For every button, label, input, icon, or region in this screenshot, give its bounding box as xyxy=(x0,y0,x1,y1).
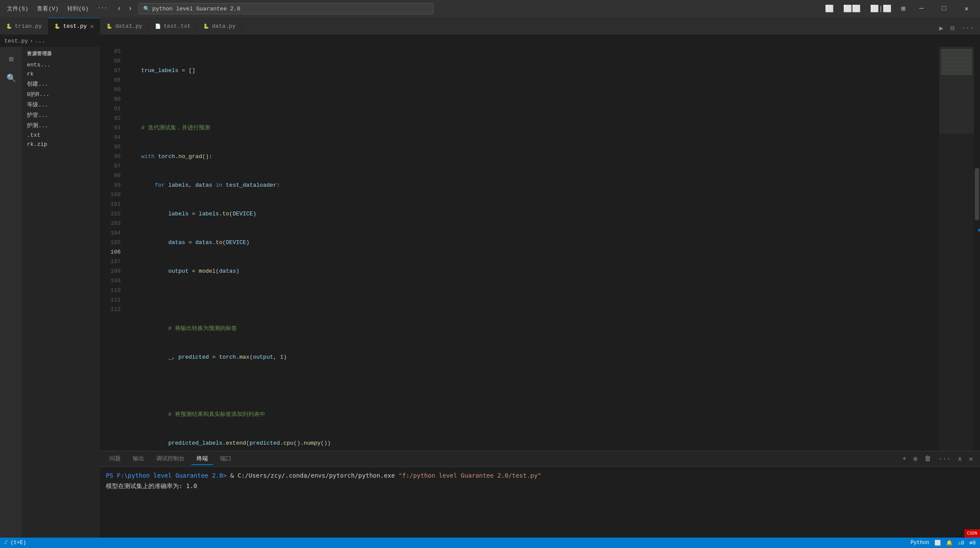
terminal-delete-button[interactable]: 🗑 xyxy=(922,454,934,464)
code-line-90: labels = labels.to(DEVICE) xyxy=(126,209,939,219)
run-button[interactable]: ▶ xyxy=(937,22,946,34)
line-num-97: 97 xyxy=(100,162,121,171)
line-num-99: 99 xyxy=(100,181,121,190)
explorer-item-4[interactable]: 等级... xyxy=(22,99,100,110)
explorer-item-2[interactable]: 创建... xyxy=(22,79,100,89)
sidebar-item-explorer[interactable]: ⊞ xyxy=(1,50,20,68)
layout-icon-1[interactable]: ⬜ xyxy=(822,3,837,14)
minimize-button[interactable]: ─ xyxy=(911,0,931,17)
breadcrumb-more[interactable]: ... xyxy=(35,38,45,44)
line-num-111: 111 xyxy=(100,295,121,305)
explorer-item-label: 创建... xyxy=(27,80,48,88)
tab-close-button[interactable]: ✕ xyxy=(90,23,94,30)
code-line-95: _, predicted = torch.max(output, 1) xyxy=(126,353,939,362)
menu-goto[interactable]: 转到(G) xyxy=(64,4,92,13)
line-num-86: 86 xyxy=(100,56,121,66)
menu-file[interactable]: 文件(S) xyxy=(3,4,32,13)
terminal-line-1: PS F:\python level Guarantee 2.0> & C:/U… xyxy=(106,470,974,481)
menu-more[interactable]: ··· xyxy=(94,4,111,13)
terminal-add-button[interactable]: + xyxy=(900,454,909,464)
layout-icon-4[interactable]: ⊞ xyxy=(898,3,909,14)
line-num-91: 91 xyxy=(100,104,121,114)
terminal-file-arg: "f:/python level Guarantee 2.0/test.py" xyxy=(398,472,541,479)
explorer-item-7[interactable]: .txt xyxy=(22,131,100,140)
explorer-item-5[interactable]: 护管... xyxy=(22,110,100,120)
line-num-106: 106 xyxy=(100,248,121,257)
close-button[interactable]: ✕ xyxy=(957,0,977,17)
terminal-close-button[interactable]: ✕ xyxy=(966,454,976,464)
python-file-icon: 🐍 xyxy=(106,23,112,29)
nav-buttons: ‹ › xyxy=(115,4,135,13)
nav-forward-button[interactable]: › xyxy=(125,4,135,13)
tab-test[interactable]: 🐍 test.py ✕ xyxy=(48,18,100,34)
explorer-item-8[interactable]: rk.zip xyxy=(22,140,100,149)
terminal-output: 模型在测试集上的准确率为: 1.0 xyxy=(106,482,197,489)
python-file-icon: 🐍 xyxy=(6,23,12,29)
line-num-109: 109 xyxy=(100,276,121,286)
maximize-button[interactable]: □ xyxy=(934,0,954,17)
terminal-more-button[interactable]: ··· xyxy=(936,454,954,464)
csdn-badge[interactable]: CSDN xyxy=(964,529,980,538)
line-num-96: 96 xyxy=(100,152,121,162)
terminal-tab-ports[interactable]: 端口 xyxy=(215,453,237,465)
status-errors[interactable]: ⊗0 xyxy=(970,540,976,546)
scroll-thumb xyxy=(975,168,979,220)
line-num-98: 98 xyxy=(100,171,121,181)
python-file-icon: 🐍 xyxy=(203,23,209,29)
terminal-tab-problems[interactable]: 问题 xyxy=(104,453,126,465)
explorer-item-0[interactable]: ents... xyxy=(22,60,100,69)
status-python[interactable]: Python xyxy=(911,540,929,546)
code-line-92: output = model(datas) xyxy=(126,267,939,276)
menu-view[interactable]: 查看(V) xyxy=(33,4,62,13)
terminal-expand-button[interactable]: ∧ xyxy=(955,454,965,464)
tab-data1[interactable]: 🐍 data1.py xyxy=(100,18,148,34)
terminal-path: PS F:\python level Guarantee 2.0> xyxy=(106,472,227,479)
global-search[interactable]: 🔍 python level Guarantee 2.0 xyxy=(138,3,434,14)
activity-bar: ⊞ 🔍 xyxy=(0,47,22,538)
code-line-86 xyxy=(126,95,939,104)
sidebar-item-search[interactable]: 🔍 xyxy=(1,69,20,87)
code-editor[interactable]: 85 86 87 88 89 90 91 92 93 94 95 96 97 9… xyxy=(100,47,980,451)
terminal-content[interactable]: PS F:\python level Guarantee 2.0> & C:/U… xyxy=(100,467,980,538)
files-icon: ⊞ xyxy=(9,54,14,64)
split-editor-button[interactable]: ⊟ xyxy=(948,22,957,34)
tab-data[interactable]: 🐍 data.py xyxy=(197,18,242,34)
tab-trian-label: trian.py xyxy=(15,23,42,30)
terminal-tab-debug[interactable]: 调试控制台 xyxy=(151,453,190,465)
breadcrumb-file[interactable]: test.py xyxy=(4,38,28,44)
status-warnings[interactable]: ⚠0 xyxy=(958,540,964,546)
explorer-item-3[interactable]: 0的R... xyxy=(22,89,100,99)
terminal-split-button[interactable]: ⊕ xyxy=(911,454,920,464)
minimap-viewport xyxy=(939,47,974,134)
line-num-102: 102 xyxy=(100,209,121,219)
terminal-tab-output[interactable]: 输出 xyxy=(128,453,149,465)
code-line-88: with torch.no_grad(): xyxy=(126,152,939,162)
editor-area: 85 86 87 88 89 90 91 92 93 94 95 96 97 9… xyxy=(100,47,980,538)
tab-testtxt-label: test.txt xyxy=(164,23,191,30)
explorer-item-label: ents... xyxy=(27,62,51,68)
menu-bar: 文件(S) 查看(V) 转到(G) ··· xyxy=(3,4,111,13)
tab-test-label: test.py xyxy=(63,23,87,30)
search-icon: 🔍 xyxy=(143,6,150,12)
tab-testtxt[interactable]: 📄 test.txt xyxy=(149,18,197,34)
breadcrumb: test.py › ... xyxy=(0,35,980,47)
nav-back-button[interactable]: ‹ xyxy=(115,4,124,13)
line-num-87: 87 xyxy=(100,66,121,76)
line-num-108: 108 xyxy=(100,267,121,276)
code-line-96 xyxy=(126,381,939,391)
layout-icon-3[interactable]: ⬜|⬜ xyxy=(867,3,895,14)
line-num-100: 100 xyxy=(100,190,121,200)
explorer-item-6[interactable]: 护测... xyxy=(22,120,100,131)
minimap xyxy=(939,47,974,451)
status-branch[interactable]: ⑀ (t+E) xyxy=(4,540,26,546)
tab-trian[interactable]: 🐍 trian.py xyxy=(0,18,48,34)
explorer-item-label: 护管... xyxy=(27,111,48,119)
status-bell-icon[interactable]: 🔔 xyxy=(946,540,953,546)
terminal-tab-terminal[interactable]: 终端 xyxy=(191,453,213,465)
explorer-item-1[interactable]: rk xyxy=(22,69,100,79)
layout-icon-2[interactable]: ⬜⬜ xyxy=(840,3,864,14)
more-tab-actions-button[interactable]: ··· xyxy=(959,23,977,34)
line-num-103: 103 xyxy=(100,219,121,228)
status-layout-icon[interactable]: ⬜ xyxy=(934,540,941,546)
scrollbar[interactable] xyxy=(974,47,980,451)
